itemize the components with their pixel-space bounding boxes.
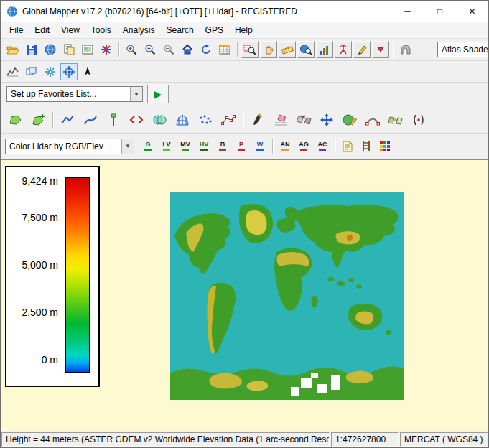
zoom-in-button[interactable] (123, 41, 140, 58)
favorites-value: Set up Favorites List... (7, 89, 130, 99)
arch-tool-button[interactable] (397, 41, 414, 58)
lidar-ground-label: G (145, 141, 150, 148)
menu-item-view[interactable]: View (55, 23, 85, 37)
menu-item-help[interactable]: Help (229, 23, 259, 37)
download-online-data-button[interactable] (42, 41, 59, 58)
lidar-water-button[interactable]: W (251, 138, 269, 155)
app-icon (6, 6, 18, 17)
status-projection-text: MERCAT ( WGS84 ) (404, 434, 483, 444)
lidar-track-button[interactable] (358, 138, 375, 155)
open-button[interactable] (4, 41, 22, 58)
lidar-person-button[interactable]: P (233, 138, 250, 155)
edit-attributes-button[interactable] (126, 109, 147, 131)
eraser-icon (274, 114, 288, 126)
title-bar[interactable]: Global Mapper v17.2 (b070216) [64-bit] [… (1, 1, 488, 22)
lidar-auto-ground-button[interactable]: AG (295, 138, 312, 155)
lidar-water-label: W (257, 141, 264, 148)
merge-shapes-icon (296, 114, 312, 126)
arch-icon (399, 44, 412, 55)
open-workspace-button[interactable] (60, 41, 78, 58)
save-button[interactable] (23, 41, 40, 58)
arrow-down-icon (376, 45, 386, 55)
menu-item-gps[interactable]: GPS (200, 23, 229, 37)
create-grid-button[interactable] (172, 109, 193, 131)
lidar-low-veg-button[interactable]: LV (158, 138, 175, 155)
create-area-button[interactable] (27, 109, 49, 131)
select-features-button[interactable] (408, 109, 429, 131)
zoom-out-button[interactable] (141, 41, 159, 58)
effects-button[interactable] (42, 63, 59, 80)
select-area-button[interactable] (4, 109, 26, 131)
lidar-high-veg-button[interactable]: HV (195, 138, 213, 155)
lidar-auto-classify-button[interactable]: AC (314, 138, 331, 155)
maximize-button[interactable]: □ (424, 1, 456, 22)
copy-features-button[interactable] (385, 109, 406, 131)
atlas-shader-combobox[interactable]: Atlas Shader ▼ (437, 42, 489, 57)
close-button[interactable]: ✕ (456, 1, 488, 22)
minimize-button[interactable]: ─ (391, 1, 424, 22)
favorites-combobox[interactable]: Set up Favorites List... ▼ (6, 86, 143, 102)
lidar-notes-button[interactable] (339, 138, 356, 155)
center-crosshair-button[interactable] (60, 63, 78, 80)
duplicate-view-button[interactable] (23, 63, 40, 80)
zoom-tool-button[interactable] (241, 41, 259, 58)
pan-tool-button[interactable] (260, 41, 277, 58)
refresh-view-button[interactable] (197, 41, 215, 58)
lidar-low-veg-label: LV (163, 141, 171, 148)
menu-item-tools[interactable]: Tools (85, 23, 117, 37)
move-feature-button[interactable] (316, 109, 337, 131)
run-favorite-button[interactable]: ▶ (147, 85, 169, 103)
lidar-building-button[interactable]: B (214, 138, 231, 155)
digitizer-tool-button[interactable] (353, 41, 371, 58)
edit-vertices-button[interactable] (218, 109, 239, 131)
status-message: Height = 44 meters (ASTER GDEM v2 Worldw… (1, 432, 330, 447)
world-elevation-map[interactable] (170, 192, 404, 400)
search-by-name-button[interactable] (297, 41, 315, 58)
med-veg-color-mark (182, 149, 189, 151)
copy-shapes-icon (388, 114, 404, 126)
buffer-tool-button[interactable] (149, 109, 170, 131)
create-line-button[interactable] (57, 109, 78, 131)
refresh-icon (200, 44, 212, 55)
path-profile-button[interactable] (316, 41, 333, 58)
polygon-plus-icon (31, 113, 45, 126)
status-projection: MERCAT ( WGS84 ) (400, 432, 489, 447)
menu-bar: File Edit View Tools Analysis Search GPS… (1, 22, 488, 39)
venn-circles-icon (152, 114, 167, 126)
elevation-legend[interactable]: 9,424 m 7,500 m 5,000 m 2,500 m 0 m (5, 166, 100, 387)
lidar-med-veg-button[interactable]: MV (177, 138, 194, 155)
map-layout-button[interactable] (79, 41, 96, 58)
create-range-ring-button[interactable] (103, 109, 124, 131)
combine-areas-button[interactable] (293, 109, 315, 131)
more-tools-dropdown-button[interactable] (372, 41, 389, 58)
water-color-mark (256, 149, 264, 151)
measure-tool-button[interactable] (279, 41, 296, 58)
menu-item-edit[interactable]: Edit (29, 23, 55, 37)
erase-feature-button[interactable] (270, 109, 292, 131)
lidar-palette-button[interactable] (376, 138, 393, 155)
curve-icon (83, 113, 98, 126)
gps-tracking-button[interactable] (335, 41, 352, 58)
spline-tool-button[interactable] (362, 109, 383, 131)
zoom-previous-button[interactable] (160, 41, 177, 58)
attribute-table-button[interactable] (216, 41, 233, 58)
full-view-button[interactable] (179, 41, 196, 58)
legend-label-2500: 2,500 m (22, 307, 58, 318)
lidar-ground-button[interactable]: G (139, 138, 157, 155)
lidar-color-combobox[interactable]: Color Lidar by RGB/Elev ▼ (5, 139, 134, 154)
lidar-analyze-noise-button[interactable]: AN (276, 138, 294, 155)
create-points-button[interactable] (195, 109, 216, 131)
draw-on-globe-button[interactable] (339, 109, 360, 131)
folder-icon (6, 44, 19, 55)
freehand-draw-button[interactable] (247, 109, 269, 131)
menu-item-file[interactable]: File (4, 23, 29, 37)
legend-label-max: 9,424 m (22, 175, 58, 187)
north-arrow-button[interactable] (79, 63, 96, 80)
menu-item-analysis[interactable]: Analysis (117, 23, 161, 37)
create-curve-button[interactable] (80, 109, 101, 131)
map-canvas[interactable]: 9,424 m 7,500 m 5,000 m 2,500 m 0 m (1, 159, 488, 431)
menu-item-search[interactable]: Search (161, 23, 200, 37)
profile-line-button[interactable] (4, 63, 22, 80)
globe-pencil-icon (343, 113, 357, 126)
configuration-button[interactable] (98, 41, 115, 58)
